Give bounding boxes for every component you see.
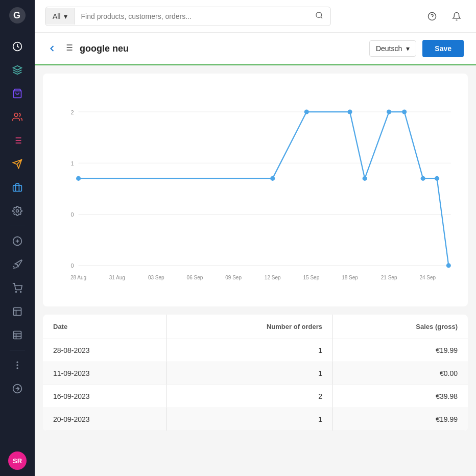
svg-text:06 Sep: 06 Sep (187, 275, 203, 280)
cell-sales: €19.99 (333, 408, 468, 431)
svg-point-26 (17, 362, 18, 363)
svg-text:31 Aug: 31 Aug (109, 275, 125, 280)
chart-section: 2 1 0 0 (43, 74, 468, 306)
cell-orders: 1 (167, 339, 333, 362)
svg-point-31 (316, 12, 322, 18)
page-icon (63, 42, 74, 55)
svg-text:15 Sep: 15 Sep (303, 275, 320, 280)
main-content: All ▾ google neu (35, 0, 476, 476)
svg-text:09 Sep: 09 Sep (225, 275, 242, 280)
topbar-actions (423, 7, 466, 26)
chart-point (387, 109, 391, 114)
svg-text:24 Sep: 24 Sep (419, 275, 436, 280)
sidebar-item-dashboard[interactable] (7, 36, 28, 57)
back-button[interactable] (47, 43, 57, 54)
svg-point-17 (16, 292, 17, 293)
chart-point (348, 109, 352, 114)
chart-point (76, 176, 81, 181)
svg-rect-19 (14, 308, 21, 316)
app-logo[interactable]: G (8, 6, 27, 25)
chart-point (435, 176, 439, 181)
notifications-button[interactable] (447, 7, 466, 26)
svg-text:2: 2 (70, 109, 74, 115)
svg-point-28 (17, 368, 18, 369)
svg-rect-12 (13, 185, 22, 192)
page-content: google neu Deutsch ▾ Save 2 1 0 (35, 33, 476, 476)
cell-sales: €0.00 (333, 362, 468, 385)
svg-line-32 (321, 17, 322, 18)
svg-point-18 (20, 292, 21, 293)
svg-point-5 (14, 113, 18, 117)
sidebar-item-reports[interactable] (7, 301, 28, 322)
svg-text:0: 0 (70, 263, 74, 269)
line-chart: 2 1 0 0 (55, 84, 456, 298)
chart-point (304, 109, 309, 114)
svg-text:21 Sep: 21 Sep (381, 275, 397, 280)
sidebar-divider (10, 226, 25, 226)
svg-rect-22 (14, 331, 21, 339)
sidebar-item-reports2[interactable] (7, 325, 28, 345)
sidebar: G SR (0, 0, 35, 476)
search-type-label: All (53, 12, 61, 20)
sidebar-item-add[interactable] (7, 231, 28, 251)
search-type-button[interactable]: All ▾ (45, 8, 75, 25)
svg-marker-3 (13, 66, 22, 70)
sidebar-item-users[interactable] (7, 107, 28, 127)
table-section: Date Number of orders Sales (gross) 28-0… (43, 315, 468, 431)
svg-text:1: 1 (70, 160, 74, 166)
help-button[interactable] (423, 7, 441, 26)
cell-orders: 1 (167, 408, 333, 431)
page-title: google neu (80, 43, 363, 54)
sidebar-item-launch[interactable] (7, 254, 28, 275)
svg-text:G: G (13, 10, 20, 20)
save-button[interactable]: Save (422, 40, 464, 57)
sidebar-item-settings[interactable] (7, 201, 28, 221)
cell-date: 11-09-2023 (43, 362, 167, 385)
sidebar-item-analytics[interactable] (7, 130, 28, 151)
svg-text:03 Sep: 03 Sep (148, 275, 164, 280)
table-row: 20-09-2023 1 €19.99 (43, 408, 468, 431)
sidebar-item-integrations[interactable] (7, 177, 28, 198)
cell-orders: 2 (167, 385, 333, 408)
table-row: 11-09-2023 1 €0.00 (43, 362, 468, 385)
col-header-sales: Sales (gross) (333, 315, 468, 339)
sidebar-item-expand[interactable] (7, 378, 28, 399)
chart-point (446, 263, 451, 268)
sidebar-divider-2 (10, 350, 25, 350)
col-header-orders: Number of orders (167, 315, 333, 339)
chart-line (79, 112, 449, 266)
cell-date: 16-09-2023 (43, 385, 167, 408)
table-row: 28-08-2023 1 €19.99 (43, 339, 468, 362)
sidebar-item-store[interactable] (7, 278, 28, 298)
svg-point-27 (17, 365, 18, 366)
cell-date: 28-08-2023 (43, 339, 167, 362)
topbar: All ▾ (35, 0, 476, 33)
page-header: google neu Deutsch ▾ Save (35, 33, 476, 65)
language-selector[interactable]: Deutsch ▾ (369, 40, 416, 57)
cell-sales: €19.99 (333, 339, 468, 362)
chevron-down-icon: ▾ (64, 12, 67, 20)
sidebar-item-marketing[interactable] (7, 154, 28, 174)
svg-text:18 Sep: 18 Sep (342, 275, 358, 280)
svg-text:12 Sep: 12 Sep (265, 275, 281, 280)
search-container: All ▾ (45, 7, 331, 26)
table-row: 16-09-2023 2 €39.98 (43, 385, 468, 408)
chart-wrapper: 2 1 0 0 (55, 84, 456, 298)
search-button[interactable] (308, 7, 330, 26)
user-avatar[interactable]: SR (8, 451, 27, 470)
chart-point (270, 176, 275, 181)
data-table: Date Number of orders Sales (gross) 28-0… (43, 315, 468, 431)
svg-point-13 (16, 210, 19, 212)
chart-point (363, 176, 367, 181)
col-header-date: Date (43, 315, 167, 339)
svg-text:0: 0 (70, 211, 74, 218)
cell-date: 20-09-2023 (43, 408, 167, 431)
cell-orders: 1 (167, 362, 333, 385)
sidebar-item-layers[interactable] (7, 60, 28, 80)
sidebar-item-shopping[interactable] (7, 83, 28, 104)
search-input[interactable] (75, 8, 308, 25)
cell-sales: €39.98 (333, 385, 468, 408)
sidebar-item-more[interactable] (7, 355, 28, 375)
language-chevron-icon: ▾ (406, 44, 410, 53)
svg-text:28 Aug: 28 Aug (70, 275, 86, 280)
